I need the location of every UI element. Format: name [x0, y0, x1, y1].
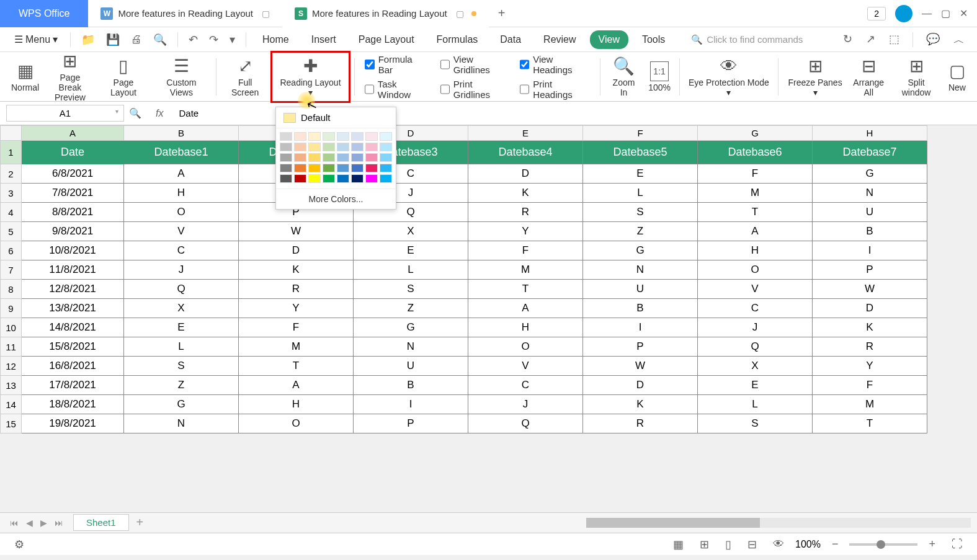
- data-cell[interactable]: H: [468, 318, 583, 337]
- color-swatch[interactable]: [294, 143, 306, 151]
- data-cell[interactable]: T: [239, 357, 354, 376]
- view-gridlines-checkbox[interactable]: View Gridlines: [440, 54, 508, 75]
- color-swatch[interactable]: [323, 132, 335, 141]
- data-cell[interactable]: J: [124, 260, 239, 280]
- data-cell[interactable]: 9/8/2021: [22, 222, 124, 241]
- color-swatch[interactable]: [365, 164, 378, 172]
- color-swatch[interactable]: [323, 164, 335, 172]
- data-cell[interactable]: L: [698, 395, 813, 414]
- data-cell[interactable]: S: [354, 280, 468, 299]
- col-header-a[interactable]: A: [22, 126, 124, 141]
- data-cell[interactable]: G: [124, 395, 239, 414]
- data-cell[interactable]: Y: [239, 299, 354, 318]
- col-header-g[interactable]: G: [698, 126, 813, 141]
- fullscreen-status-icon[interactable]: ⛶: [947, 538, 968, 551]
- data-cell[interactable]: V: [698, 280, 813, 299]
- data-cell[interactable]: M: [468, 260, 583, 280]
- header-cell[interactable]: Datebase5: [583, 141, 698, 164]
- full-screen-button[interactable]: ⤢Full Screen: [220, 54, 270, 100]
- data-cell[interactable]: T: [813, 414, 927, 433]
- view-mode-5-icon[interactable]: 👁: [768, 538, 789, 551]
- data-cell[interactable]: Q: [698, 337, 813, 357]
- color-swatch[interactable]: [323, 143, 335, 151]
- data-cell[interactable]: U: [583, 280, 698, 299]
- tab-home[interactable]: Home: [254, 30, 298, 49]
- split-window-button[interactable]: ⊞Split window: [889, 54, 944, 100]
- print-gridlines-checkbox[interactable]: Print Gridlines: [440, 79, 508, 100]
- row-header[interactable]: 4: [1, 203, 22, 222]
- data-cell[interactable]: C: [468, 376, 583, 395]
- arrange-all-button[interactable]: ⊟Arrange All: [848, 54, 889, 100]
- tab-page-layout[interactable]: Page Layout: [350, 30, 423, 49]
- data-cell[interactable]: F: [698, 164, 813, 184]
- data-cell[interactable]: G: [583, 241, 698, 260]
- data-cell[interactable]: K: [813, 318, 927, 337]
- data-cell[interactable]: M: [239, 337, 354, 357]
- data-cell[interactable]: N: [813, 184, 927, 203]
- file-tab-1[interactable]: W More features in Reading Layout ▢: [88, 0, 282, 27]
- next-sheet-button[interactable]: ▶: [37, 518, 51, 528]
- sheet-tab-1[interactable]: Sheet1: [73, 514, 129, 531]
- add-sheet-button[interactable]: +: [129, 515, 151, 530]
- data-cell[interactable]: Z: [583, 222, 698, 241]
- collapse-icon[interactable]: ⬚: [886, 32, 903, 47]
- data-cell[interactable]: 10/8/2021: [22, 241, 124, 260]
- color-swatch[interactable]: [380, 132, 392, 141]
- data-cell[interactable]: B: [813, 222, 927, 241]
- data-cell[interactable]: 11/8/2021: [22, 260, 124, 280]
- eye-protection-button[interactable]: 👁Eye Protection Mode ▾: [684, 54, 774, 100]
- data-cell[interactable]: D: [239, 241, 354, 260]
- color-swatch[interactable]: [280, 132, 292, 141]
- color-swatch[interactable]: [308, 153, 321, 162]
- data-cell[interactable]: R: [813, 337, 927, 357]
- header-cell[interactable]: Datebase4: [468, 141, 583, 164]
- data-cell[interactable]: S: [124, 357, 239, 376]
- data-cell[interactable]: I: [354, 395, 468, 414]
- row-header[interactable]: 9: [1, 299, 22, 318]
- row-header[interactable]: 8: [1, 280, 22, 299]
- row-header[interactable]: 13: [1, 376, 22, 395]
- data-cell[interactable]: H: [239, 395, 354, 414]
- avatar[interactable]: [895, 5, 912, 22]
- color-swatch[interactable]: [351, 132, 364, 141]
- undo-icon[interactable]: ↶: [185, 33, 201, 47]
- tab-formulas[interactable]: Formulas: [428, 30, 487, 49]
- freeze-panes-button[interactable]: ⊞Freeze Panes ▾: [782, 54, 849, 100]
- col-header-h[interactable]: H: [813, 126, 927, 141]
- comment-icon[interactable]: 💬: [923, 32, 943, 47]
- color-swatch[interactable]: [308, 143, 321, 151]
- data-cell[interactable]: P: [813, 260, 927, 280]
- spreadsheet-grid[interactable]: A B C D E F G H 1DateDatebase1Datebase2D…: [0, 125, 927, 433]
- data-cell[interactable]: J: [698, 318, 813, 337]
- data-cell[interactable]: A: [698, 222, 813, 241]
- color-swatch[interactable]: [294, 132, 306, 141]
- data-cell[interactable]: Y: [813, 357, 927, 376]
- data-cell[interactable]: D: [468, 164, 583, 184]
- tab-data[interactable]: Data: [491, 30, 530, 49]
- data-cell[interactable]: R: [583, 414, 698, 433]
- row-header[interactable]: 3: [1, 184, 22, 203]
- open-icon[interactable]: 📁: [78, 33, 98, 47]
- search-input[interactable]: 🔍 Click to find commands: [691, 34, 803, 45]
- chevron-up-icon[interactable]: ︿: [950, 32, 968, 47]
- color-swatch[interactable]: [308, 174, 321, 183]
- color-swatch[interactable]: [365, 132, 378, 141]
- row-header[interactable]: 11: [1, 337, 22, 357]
- color-swatch[interactable]: [380, 174, 392, 183]
- data-cell[interactable]: Z: [124, 376, 239, 395]
- header-cell[interactable]: Date: [22, 141, 124, 164]
- task-window-checkbox[interactable]: Task Window: [365, 79, 428, 100]
- header-cell[interactable]: Datebase7: [813, 141, 927, 164]
- row-header[interactable]: 10: [1, 318, 22, 337]
- data-cell[interactable]: J: [468, 395, 583, 414]
- horizontal-scrollbar[interactable]: [586, 518, 971, 528]
- color-swatch[interactable]: [308, 164, 321, 172]
- data-cell[interactable]: Z: [354, 299, 468, 318]
- page-layout-button[interactable]: ▯Page Layout: [96, 54, 151, 100]
- data-cell[interactable]: R: [239, 280, 354, 299]
- data-cell[interactable]: 17/8/2021: [22, 376, 124, 395]
- row-header[interactable]: 5: [1, 222, 22, 241]
- color-swatch[interactable]: [280, 153, 292, 162]
- formula-bar-checkbox[interactable]: Formula Bar: [365, 54, 428, 75]
- color-swatch[interactable]: [351, 164, 364, 172]
